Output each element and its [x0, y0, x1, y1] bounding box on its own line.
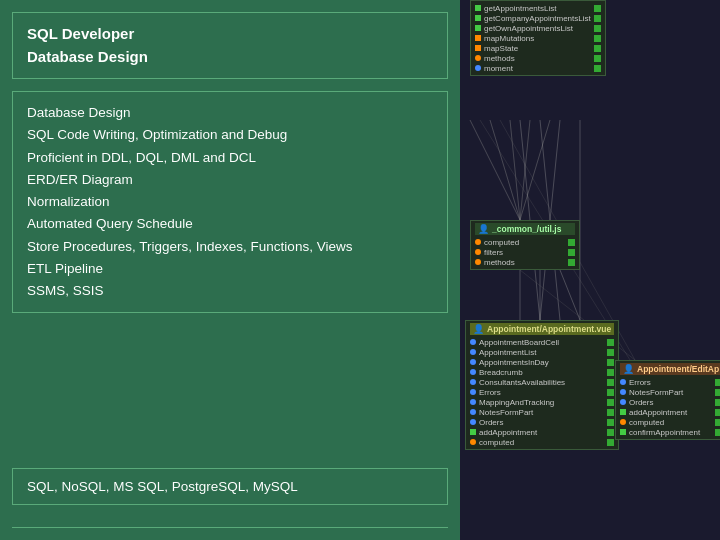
connection-lines [460, 0, 720, 540]
top-card-line2: Database Design [27, 46, 433, 69]
skills-list: Database DesignSQL Code Writing, Optimiz… [27, 102, 433, 302]
node-top-item-1: getAppointmentsList [475, 3, 601, 13]
node-top: getAppointmentsList getCompanyAppointmen… [470, 0, 606, 76]
node-edit: 👤 Appointment/EditAp Errors NotesFormPar… [615, 360, 720, 440]
skill-item: ETL Pipeline [27, 258, 433, 280]
node-appt-header: 👤 Appointment/Appointment.vue [470, 323, 614, 335]
skill-item: Automated Query Schedule [27, 213, 433, 235]
node-edit-item-5: computed [620, 417, 720, 427]
svg-line-0 [470, 120, 520, 220]
svg-line-2 [510, 120, 520, 220]
node-appt-item-4: Breadcrumb [470, 367, 614, 377]
node-top-item-5: mapState [475, 43, 601, 53]
node-appt-item-10: addAppointment [470, 427, 614, 437]
node-util-item-3: methods [475, 257, 575, 267]
node-edit-item-1: Errors [620, 377, 720, 387]
node-appt-item-9: Orders [470, 417, 614, 427]
node-util: 👤 _common_/util.js computed filters meth… [470, 220, 580, 270]
node-edit-header: 👤 Appointment/EditAp [620, 363, 720, 375]
node-appt-item-6: Errors [470, 387, 614, 397]
node-appt-item-7: MappingAndTracking [470, 397, 614, 407]
top-card: SQL Developer Database Design [12, 12, 448, 79]
languages-text: SQL, NoSQL, MS SQL, PostgreSQL, MySQL [27, 479, 433, 494]
left-panel: SQL Developer Database Design Database D… [0, 0, 460, 540]
skill-item: Store Procedures, Triggers, Indexes, Fun… [27, 236, 433, 258]
node-appt-item-8: NotesFormPart [470, 407, 614, 417]
node-top-item-6: methods [475, 53, 601, 63]
node-top-item-2: getCompanyAppointmentsList [475, 13, 601, 23]
right-panel: getAppointmentsList getCompanyAppointmen… [460, 0, 720, 540]
node-appt-item-11: computed [470, 437, 614, 447]
svg-line-1 [490, 120, 520, 220]
skill-item: SSMS, SSIS [27, 280, 433, 302]
node-appt-item-5: ConsultantsAvailabilities [470, 377, 614, 387]
svg-line-3 [520, 120, 530, 220]
skill-item: Proficient in DDL, DQL, DML and DCL [27, 147, 433, 169]
svg-line-4 [520, 120, 550, 220]
skills-card: Database DesignSQL Code Writing, Optimiz… [12, 91, 448, 313]
node-top-item-4: mapMutations [475, 33, 601, 43]
node-edit-item-4: addAppointment [620, 407, 720, 417]
node-top-item-3: getOwnAppointmentsList [475, 23, 601, 33]
node-appt-item-2: AppointmentList [470, 347, 614, 357]
node-top-item-7: moment [475, 63, 601, 73]
node-appt-item-3: AppointmentsInDay [470, 357, 614, 367]
node-appointment: 👤 Appointment/Appointment.vue Appointmen… [465, 320, 619, 450]
code-map: getAppointmentsList getCompanyAppointmen… [460, 0, 720, 540]
skill-item: SQL Code Writing, Optimization and Debug [27, 124, 433, 146]
svg-line-11 [560, 270, 580, 320]
node-edit-item-2: NotesFormPart [620, 387, 720, 397]
skill-item: ERD/ER Diagram [27, 169, 433, 191]
node-util-header: 👤 _common_/util.js [475, 223, 575, 235]
node-edit-item-3: Orders [620, 397, 720, 407]
node-appt-item-1: AppointmentBoardCell [470, 337, 614, 347]
skill-item: Normalization [27, 191, 433, 213]
node-util-item-1: computed [475, 237, 575, 247]
top-card-line1: SQL Developer [27, 23, 433, 46]
languages-card: SQL, NoSQL, MS SQL, PostgreSQL, MySQL [12, 468, 448, 505]
node-edit-item-6: confirmAppointment [620, 427, 720, 437]
skill-item: Database Design [27, 102, 433, 124]
node-util-item-2: filters [475, 247, 575, 257]
